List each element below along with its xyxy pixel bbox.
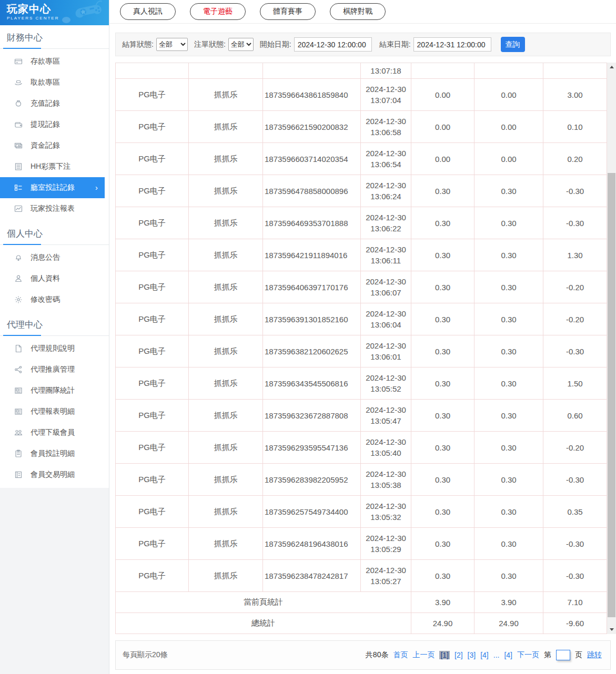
- tab-board-games[interactable]: 棋牌對戰: [330, 3, 386, 20]
- start-date-input[interactable]: [294, 37, 372, 52]
- cell-bet-amount: 0.30: [474, 400, 543, 432]
- page-number-1[interactable]: [1]: [439, 651, 450, 659]
- scroll-up-arrow-icon[interactable]: [607, 63, 616, 72]
- sidebar-item-deposit[interactable]: 存款專區: [0, 51, 109, 72]
- table-row: PG电子 抓抓乐 1873596323672887808 2024-12-30 …: [115, 400, 607, 432]
- sidebar-item-profile[interactable]: 個人資料: [0, 268, 109, 289]
- cell-empty: [115, 63, 189, 79]
- cell-win-loss: 1.30: [543, 239, 607, 271]
- sidebar-item-announcements[interactable]: 消息公告: [0, 247, 109, 268]
- sidebar-item-agent-promotion[interactable]: 代理推廣管理: [0, 359, 109, 380]
- cell-datetime: 2024-12-30 13:06:58: [361, 111, 411, 143]
- prev-page-link[interactable]: 上一页: [412, 650, 435, 660]
- cell-date: 2024-12-30: [366, 276, 406, 287]
- cell-valid-bet: 0.30: [411, 432, 474, 464]
- sidebar-item-player-bet-report[interactable]: 玩家投注報表: [0, 198, 109, 219]
- sidebar-header: 玩家中心 PLAYERS CENTER: [0, 0, 109, 25]
- next-page-link[interactable]: 下一页: [517, 650, 539, 660]
- sidebar-item-agent-report-detail[interactable]: 代理報表明細: [0, 401, 109, 422]
- cell-bet-amount: 0.30: [474, 303, 543, 335]
- cell-valid-bet: 0.30: [411, 464, 474, 496]
- table-row: PG电子 抓抓乐 1873596382120602625 2024-12-30 …: [115, 335, 607, 367]
- cell-bet-amount: 0.30: [474, 528, 543, 560]
- sidebar-item-agent-team-stats[interactable]: 代理團隊統計: [0, 380, 109, 401]
- sidebar-item-funds-record[interactable]: 資金記錄: [0, 135, 109, 156]
- sidebar-item-member-transaction-detail[interactable]: 會員交易明細: [0, 464, 109, 485]
- scrollbar-thumb[interactable]: [608, 173, 615, 617]
- page-number-4[interactable]: [4]: [480, 651, 489, 659]
- cell-valid-bet: 0.30: [411, 207, 474, 239]
- ledger-icon: [14, 471, 23, 479]
- scroll-down-arrow-icon[interactable]: [607, 625, 616, 634]
- table-row-partial: 13:07:18: [115, 63, 607, 79]
- grid-list-icon: [14, 183, 23, 192]
- sidebar-item-withdrawal-record[interactable]: 提現記錄: [0, 114, 109, 135]
- page-number-2[interactable]: [2]: [455, 651, 463, 659]
- sidebar-item-change-password[interactable]: 修改密碼: [0, 289, 109, 310]
- sidebar-item-label: 代理報表明細: [31, 407, 75, 416]
- sidebar-item-room-bet-record[interactable]: 廳室投註記錄 ›: [0, 177, 105, 198]
- end-date-input[interactable]: [413, 37, 491, 52]
- cell-time-partial: 13:07:18: [361, 63, 411, 79]
- total-summary-row: 總統計 24.90 24.90 -9.60: [115, 613, 607, 634]
- cell-game-name: 抓抓乐: [189, 496, 263, 528]
- last-page-number[interactable]: [4]: [504, 651, 512, 659]
- cell-win-loss: -0.30: [543, 335, 607, 367]
- table-scrollbar[interactable]: [607, 63, 616, 634]
- cell-game-name: 抓抓乐: [189, 271, 263, 303]
- sidebar-item-agent-sub-members[interactable]: 代理下級會員: [0, 422, 109, 443]
- sidebar-item-label: 資金記錄: [31, 141, 60, 150]
- cell-win-loss: -0.30: [543, 464, 607, 496]
- search-button[interactable]: 查詢: [501, 37, 525, 52]
- cell-win-loss: 0.20: [543, 143, 607, 175]
- settle-status-select[interactable]: 全部: [156, 38, 188, 51]
- tab-sports-events[interactable]: 體育賽事: [260, 3, 316, 20]
- cell-provider: PG电子: [115, 143, 189, 175]
- cell-provider: PG电子: [115, 400, 189, 432]
- sidebar-item-withdraw[interactable]: 取款專區: [0, 72, 109, 93]
- page-size-text: 每頁顯示20條: [123, 650, 168, 660]
- clipboard-icon: [14, 450, 23, 458]
- cell-datetime: 2024-12-30 13:05:47: [361, 400, 411, 432]
- cell-win-loss: 0.35: [543, 496, 607, 528]
- cell-game-name: 抓抓乐: [189, 432, 263, 464]
- cell-valid-bet: 0.30: [411, 496, 474, 528]
- cell-empty: [474, 63, 543, 79]
- tab-live-video[interactable]: 真人視訊: [120, 3, 176, 20]
- sidebar-item-agent-rules[interactable]: 代理規則說明: [0, 338, 109, 359]
- sidebar-item-recharge-record[interactable]: 充值記錄: [0, 93, 109, 114]
- cell-bet-amount: 0.00: [474, 143, 543, 175]
- jump-button[interactable]: 跳转: [587, 650, 602, 660]
- page-number-3[interactable]: [3]: [468, 651, 476, 659]
- cell-empty: [411, 63, 474, 79]
- cell-provider: PG电子: [115, 367, 189, 400]
- cell-date: 2024-12-30: [366, 468, 406, 479]
- order-status-select[interactable]: 全部: [228, 38, 254, 51]
- cell-order-id: 1873596621590200832: [263, 111, 361, 143]
- cell-order-id: 1873596421911894016: [263, 239, 361, 271]
- end-date-label: 結束日期:: [379, 40, 411, 49]
- money-bag-icon: [14, 99, 23, 108]
- cell-bet-amount: 0.30: [474, 432, 543, 464]
- cell-empty: [263, 63, 361, 79]
- cell-date: 2024-12-30: [366, 116, 406, 127]
- sidebar-item-label: 玩家投注報表: [31, 204, 75, 213]
- cell-order-id: 1873596323672887808: [263, 400, 361, 432]
- table-row: PG电子 抓抓乐 1873596391301852160 2024-12-30 …: [115, 303, 607, 335]
- cell-valid-bet: 0.30: [411, 239, 474, 271]
- total-summary-win-loss: -9.60: [543, 613, 607, 634]
- cell-game-name: 抓抓乐: [189, 400, 263, 432]
- page-icon: [14, 344, 23, 353]
- first-page-link[interactable]: 首页: [393, 650, 408, 660]
- cell-time: 13:06:04: [370, 319, 401, 330]
- table-row: PG电子 抓抓乐 1873596257549734400 2024-12-30 …: [115, 496, 607, 528]
- table-row: PG电子 抓抓乐 1873596603714020354 2024-12-30 …: [115, 143, 607, 175]
- pager: 共80条 首页 上一页 [1] [2] [3] [4] ... [4] 下一页 …: [366, 650, 602, 660]
- cell-win-loss: -0.20: [543, 432, 607, 464]
- sidebar-item-member-bet-detail[interactable]: 會員投註明細: [0, 443, 109, 464]
- tab-electronic-games[interactable]: 電子遊藝: [190, 3, 246, 20]
- sidebar-item-hh-lottery-bet[interactable]: HH彩票下注: [0, 156, 109, 177]
- cell-time: 13:07:04: [370, 95, 401, 106]
- cell-provider: PG电子: [115, 432, 189, 464]
- jump-page-input[interactable]: [556, 650, 570, 660]
